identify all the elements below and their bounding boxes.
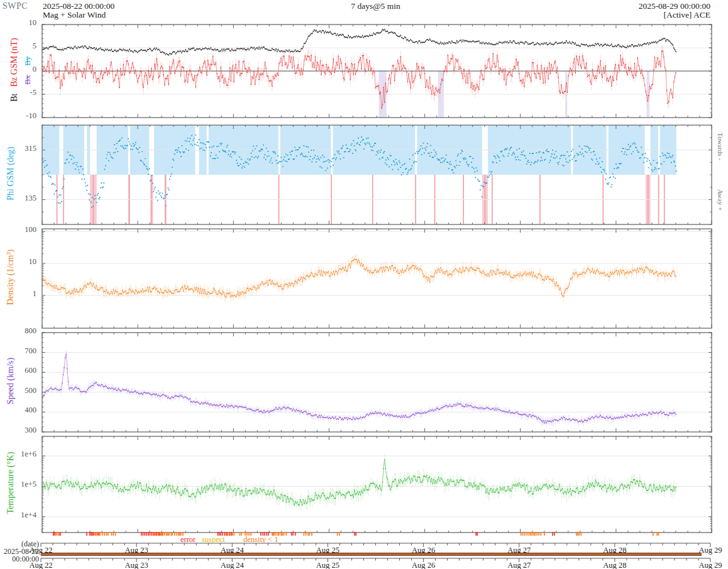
temperature-panel-plot	[41, 435, 713, 534]
y-tick-label: 1e+6	[0, 450, 36, 459]
y-ticks	[42, 333, 712, 432]
away-sector-label: Away +	[717, 189, 724, 211]
bt-series-dots	[42, 29, 676, 55]
y-tick-label: -5	[0, 88, 36, 97]
towards-sector-label: Towards -	[717, 133, 724, 160]
density-panel-plot	[41, 228, 713, 329]
speed-axis-label: Speed (km/s)	[6, 358, 16, 404]
date-tick-label: Aug 27	[507, 561, 531, 569]
legend-error: error	[180, 535, 196, 544]
date-tick-label: Aug 26	[412, 561, 435, 569]
y-tick-label: 10	[0, 257, 36, 267]
date-axis: Aug 22Aug 23Aug 24Aug 25Aug 26Aug 27Aug …	[41, 557, 728, 569]
date-tick-label: Aug 24	[221, 561, 245, 569]
brand-swpc: SWPC	[3, 1, 28, 11]
bz-series-line	[42, 51, 676, 108]
speed-error-haze	[42, 350, 676, 427]
y-tick-label: 1	[0, 289, 36, 299]
date-tick-label: Aug 29	[698, 561, 722, 569]
bt-series-line	[42, 30, 676, 55]
y-tick-label: -10	[0, 111, 36, 121]
x-ticks	[42, 333, 712, 432]
y-tick-label: 1e+4	[0, 511, 36, 520]
date-tick-label: Aug 25	[316, 561, 339, 569]
qc-marker-strip	[41, 531, 710, 536]
data-source-status: [Active] ACE	[522, 10, 710, 20]
bx-label-struck: Bx	[23, 75, 33, 84]
time-range-slider[interactable]	[41, 553, 702, 556]
phi-panel-plot	[41, 124, 713, 226]
plot-title: Mag + Solar Wind	[43, 10, 106, 20]
speed-series-line	[42, 354, 676, 423]
y-tick-label: 400	[0, 406, 36, 415]
mag-panel-plot	[41, 23, 713, 119]
y-tick-label: 300	[0, 426, 36, 435]
date-tick-label: Aug 28	[603, 561, 626, 569]
y-tick-label: 600	[0, 366, 36, 375]
density-series-line	[42, 259, 676, 297]
legend-density-lt-1: density < 1	[243, 535, 279, 544]
y-tick-label: 0	[0, 65, 36, 74]
temperature-series-dots	[42, 460, 676, 506]
y-tick-label: 10	[0, 18, 36, 28]
density-series-dots	[42, 258, 676, 297]
phi-axis-label: Phi GSM (deg)	[6, 146, 16, 201]
legend-suspect: suspect	[202, 535, 225, 544]
y-tick-label: 1e+5	[0, 480, 36, 489]
y-tick-label: 700	[0, 346, 36, 356]
y-tick-label: 135	[0, 194, 36, 203]
y-tick-label: 5	[0, 41, 36, 51]
date-tick-label: Aug 29	[698, 546, 722, 555]
axis-start-time: 00:00:00	[0, 555, 39, 564]
panel-frame	[42, 333, 712, 432]
temperature-error-haze	[42, 454, 676, 512]
temperature-series-line	[42, 460, 676, 505]
speed-panel-plot	[41, 331, 713, 433]
y-tick-label: 100	[0, 225, 36, 235]
speed-series-dots	[42, 353, 676, 423]
y-tick-label: 500	[0, 386, 36, 395]
date-tick-label: Aug 23	[125, 561, 148, 569]
y-tick-label: 800	[0, 326, 36, 336]
y-tick-label: 315	[0, 144, 36, 153]
swpc-solar-wind-dashboard: SWPC 2025-08-22 00:00:00 7 days@5 min 20…	[0, 0, 728, 569]
